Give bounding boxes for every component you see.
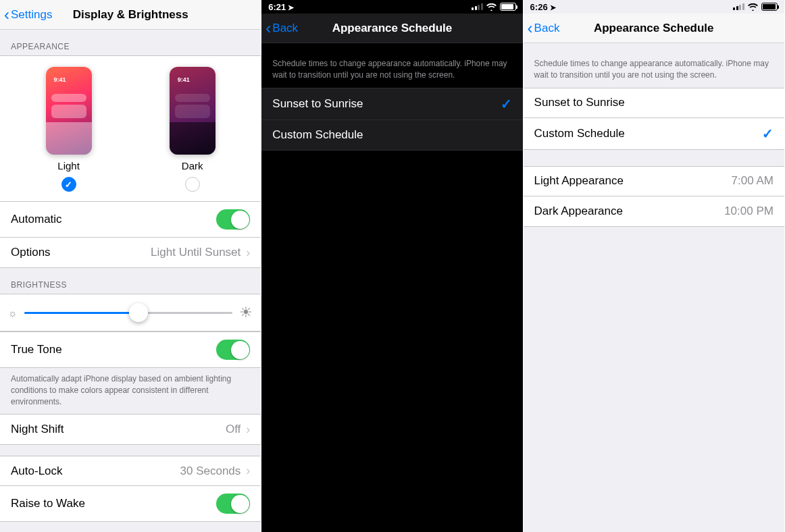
nav-bar: ‹ Settings Display & Brightness [0, 0, 261, 30]
status-right [472, 3, 516, 11]
light-preview-icon: 9:41 [46, 67, 92, 155]
dark-label: Dark [182, 160, 203, 171]
theme-option-dark[interactable]: 9:41 Dark [170, 67, 216, 192]
location-icon: ➤ [288, 3, 294, 11]
chevron-left-icon: ‹ [528, 20, 533, 36]
slider-fill [24, 312, 139, 314]
nightshift-row[interactable]: Night Shift Off › [0, 415, 261, 444]
appearance-header: APPEARANCE [0, 30, 261, 55]
back-label: Back [534, 22, 560, 35]
autolock-row[interactable]: Auto-Lock 30 Seconds › [0, 456, 261, 486]
pane-schedule-dark: 6:21➤ ‹ Back Appearance Schedule Schedul… [261, 0, 523, 532]
dark-radio[interactable] [185, 177, 200, 192]
theme-option-light[interactable]: 9:41 Light [46, 67, 92, 192]
schedule-options: Sunset to Sunrise ✓ Custom Schedule [261, 88, 522, 151]
automatic-group: Automatic Options Light Until Sunset › [0, 201, 261, 268]
battery-icon [761, 3, 778, 11]
light-appearance-row[interactable]: Light Appearance 7:00 AM [524, 167, 784, 196]
sunset-option[interactable]: Sunset to Sunrise ✓ [261, 88, 522, 120]
light-appearance-label: Light Appearance [534, 174, 624, 188]
status-time: 6:26➤ [530, 2, 556, 12]
nav-title: Appearance Schedule [332, 22, 453, 35]
dark-preview-icon: 9:41 [170, 67, 216, 155]
nightshift-group: Night Shift Off › [0, 414, 261, 445]
chevron-right-icon: › [246, 464, 250, 478]
custom-option[interactable]: Custom Schedule ✓ [524, 118, 784, 149]
appearance-selector: 9:41 Light 9:41 Dark [0, 55, 261, 201]
back-label: Back [272, 22, 298, 35]
nav-bar: ‹ Back Appearance Schedule [524, 14, 784, 43]
dark-appearance-value: 10:00 PM [724, 205, 774, 218]
battery-icon [500, 3, 516, 11]
sun-large-icon: ☀ [239, 304, 253, 321]
back-button[interactable]: ‹ Settings [4, 7, 52, 23]
autolock-value: 30 Seconds [180, 464, 241, 478]
schedule-note: Schedule times to change appearance auto… [524, 43, 784, 88]
location-icon: ➤ [550, 3, 556, 11]
options-row[interactable]: Options Light Until Sunset › [0, 238, 261, 267]
dark-appearance-row[interactable]: Dark Appearance 10:00 PM [524, 196, 784, 226]
nav-bar: ‹ Back Appearance Schedule [261, 14, 522, 43]
pane-schedule-light: 6:26➤ ‹ Back Appearance Schedule Schedul… [524, 0, 785, 532]
nav-title: Appearance Schedule [594, 22, 714, 35]
back-button[interactable]: ‹ Back [265, 20, 298, 36]
sunset-option[interactable]: Sunset to Sunrise [524, 88, 784, 118]
autolock-group: Auto-Lock 30 Seconds › Raise to Wake [0, 456, 261, 522]
status-right [733, 3, 778, 11]
raisetowake-toggle[interactable] [216, 494, 250, 514]
automatic-label: Automatic [11, 213, 62, 226]
nightshift-label: Night Shift [11, 423, 64, 436]
sunset-label: Sunset to Sunrise [534, 96, 625, 109]
schedule-options: Sunset to Sunrise Custom Schedule ✓ [524, 88, 784, 150]
chevron-right-icon: › [246, 246, 250, 260]
checkmark-icon: ✓ [762, 126, 774, 142]
back-label: Settings [11, 8, 52, 22]
custom-label: Custom Schedule [534, 127, 625, 140]
truetone-group: True Tone [0, 331, 261, 368]
raisetowake-label: Raise to Wake [11, 497, 85, 510]
wifi-icon [486, 3, 497, 11]
options-value: Light Until Sunset [151, 246, 240, 259]
chevron-right-icon: › [246, 423, 250, 437]
light-radio[interactable] [61, 177, 76, 192]
back-button[interactable]: ‹ Back [528, 20, 560, 36]
time-settings: Light Appearance 7:00 AM Dark Appearance… [524, 166, 784, 227]
chevron-left-icon: ‹ [4, 7, 9, 23]
autolock-label: Auto-Lock [11, 464, 63, 478]
schedule-note: Schedule times to change appearance auto… [261, 43, 522, 88]
raisetowake-row: Raise to Wake [0, 486, 261, 521]
preview-time: 9:41 [54, 76, 66, 83]
options-label: Options [11, 246, 51, 259]
checkmark-icon: ✓ [501, 96, 512, 112]
pane-display-brightness: ‹ Settings Display & Brightness APPEARAN… [0, 0, 261, 532]
brightness-slider-row: ☼ ☀ [0, 294, 261, 331]
truetone-row: True Tone [0, 332, 261, 367]
custom-label: Custom Schedule [272, 128, 363, 142]
preview-time: 9:41 [178, 76, 190, 83]
status-bar: 6:21➤ [261, 0, 522, 14]
brightness-header: BRIGHTNESS [0, 268, 261, 294]
nav-title: Display & Brightness [73, 8, 188, 22]
sun-small-icon: ☼ [8, 307, 18, 319]
truetone-label: True Tone [11, 343, 62, 356]
dark-appearance-label: Dark Appearance [534, 205, 623, 218]
status-bar: 6:26➤ [524, 0, 784, 14]
light-label: Light [57, 160, 80, 171]
automatic-row: Automatic [0, 202, 261, 238]
brightness-slider[interactable] [24, 312, 233, 314]
light-appearance-value: 7:00 AM [732, 174, 774, 188]
signal-icon [472, 3, 483, 10]
status-time: 6:21➤ [268, 2, 294, 12]
truetone-note: Automatically adapt iPhone display based… [0, 368, 261, 414]
chevron-left-icon: ‹ [265, 20, 271, 36]
slider-thumb[interactable] [129, 303, 148, 322]
sunset-label: Sunset to Sunrise [272, 97, 363, 111]
automatic-toggle[interactable] [216, 209, 250, 230]
custom-option[interactable]: Custom Schedule [261, 120, 522, 150]
wifi-icon [748, 3, 758, 11]
nightshift-value: Off [226, 423, 240, 436]
truetone-toggle[interactable] [216, 340, 250, 360]
signal-icon [733, 3, 744, 10]
